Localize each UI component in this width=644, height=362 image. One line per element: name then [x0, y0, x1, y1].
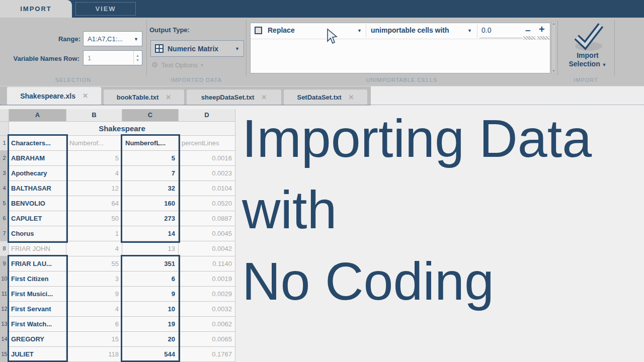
file-tab-booktable[interactable]: bookTable.txt ✕: [103, 89, 185, 105]
table-cell[interactable]: 0.0019: [179, 272, 235, 287]
table-cell[interactable]: GREGORY: [9, 332, 66, 347]
table-cell[interactable]: 0.0520: [179, 196, 235, 211]
column-header-A[interactable]: A: [9, 109, 66, 122]
output-type-dropdown[interactable]: Numeric Matrix ▼: [150, 40, 244, 57]
table-cell[interactable]: 5: [122, 151, 179, 166]
variable-names-row-input[interactable]: 1 ▲ ▼: [83, 50, 142, 65]
table-cell[interactable]: 0.0042: [179, 241, 235, 256]
table-cell[interactable]: 160: [122, 196, 179, 211]
table-cell[interactable]: BENVOLIO: [9, 196, 66, 211]
table-cell[interactable]: 50: [66, 211, 122, 226]
table-cell[interactable]: 4: [66, 166, 122, 181]
table-cell[interactable]: 32: [122, 181, 179, 196]
table-cell[interactable]: 544: [122, 347, 179, 362]
close-icon[interactable]: ✕: [166, 94, 171, 101]
cell-D1[interactable]: percentLines: [179, 136, 235, 151]
table-cell[interactable]: 0.1140: [179, 256, 235, 272]
remove-rule-button[interactable]: –: [525, 25, 531, 36]
replace-value-input[interactable]: 0.0: [481, 26, 491, 34]
spinner-up-icon[interactable]: ▲: [136, 53, 139, 58]
file-tab-shakespeare[interactable]: Shakespeare.xls ✕: [7, 86, 102, 105]
overlay-title-line-2: with: [242, 183, 337, 236]
table-cell[interactable]: 0.0887: [179, 211, 235, 226]
table-cell[interactable]: JULIET: [9, 347, 66, 362]
panel-scrollbar[interactable]: ▲ ▼: [551, 21, 556, 73]
close-icon[interactable]: ✕: [349, 94, 354, 101]
section-label-unimportable-cells: UNIMPORTABLE CELLS: [246, 77, 557, 83]
add-rule-button[interactable]: +: [539, 24, 545, 35]
corner-cell: [0, 109, 9, 122]
close-icon[interactable]: ✕: [261, 94, 267, 101]
table-cell[interactable]: 6: [66, 317, 122, 332]
range-label: Range:: [20, 35, 80, 43]
table-cell[interactable]: 13: [122, 241, 179, 256]
table-cell[interactable]: First Musici...: [9, 287, 66, 302]
scroll-up-icon[interactable]: ▲: [552, 22, 555, 25]
scroll-down-icon[interactable]: ▼: [552, 69, 555, 72]
table-cell[interactable]: 0.0029: [179, 287, 235, 302]
table-cell[interactable]: 64: [66, 196, 122, 211]
table-cell[interactable]: 7: [122, 166, 179, 181]
table-cell[interactable]: 9: [122, 287, 179, 302]
table-row: 7 Chorus 1 14 0.0045: [0, 226, 235, 241]
table-cell[interactable]: 1: [66, 226, 122, 241]
spinner[interactable]: ▲ ▼: [133, 51, 141, 64]
table-cell[interactable]: 19: [122, 317, 179, 332]
table-cell[interactable]: 0.0065: [179, 332, 235, 347]
table-cell[interactable]: 3: [66, 272, 122, 287]
table-cell[interactable]: FRIAR JOHN: [9, 241, 66, 256]
close-icon[interactable]: ✕: [83, 92, 88, 100]
table-cell[interactable]: 6: [122, 272, 179, 287]
table-cell[interactable]: 14: [122, 226, 179, 241]
table-cell[interactable]: 4: [66, 241, 122, 256]
table-cell[interactable]: 15: [66, 332, 122, 347]
table-cell[interactable]: 0.0016: [179, 151, 235, 166]
table-cell[interactable]: 9: [66, 287, 122, 302]
ribbon-tab-view[interactable]: VIEW: [75, 2, 136, 16]
table-cell[interactable]: 0.0023: [179, 166, 235, 181]
table-cell[interactable]: First Watch...: [9, 317, 66, 332]
column-header-B[interactable]: B: [66, 109, 122, 122]
table-cell[interactable]: 0.0045: [179, 226, 235, 241]
table-cell[interactable]: First Citizen: [9, 272, 66, 287]
chevron-down-icon: ▼: [602, 62, 607, 67]
underline: [479, 38, 522, 38]
table-cell[interactable]: Apothecary: [9, 166, 66, 181]
table-cell[interactable]: CAPULET: [9, 211, 66, 226]
table-cell[interactable]: 20: [122, 332, 179, 347]
column-header-D[interactable]: D: [179, 109, 235, 122]
cell-C1[interactable]: NumberofL...: [122, 136, 179, 151]
ribbon-tab-import[interactable]: IMPORT: [0, 0, 72, 18]
table-cell[interactable]: 118: [66, 347, 122, 362]
table-cell[interactable]: First Servant: [9, 302, 66, 317]
table-cell[interactable]: 5: [66, 151, 122, 166]
file-tab-sheepdataset[interactable]: sheepDataSet.txt ✕: [186, 89, 282, 105]
chevron-down-icon[interactable]: ▼: [467, 28, 472, 33]
range-combobox[interactable]: A1:A7,C1:... ▼: [83, 31, 142, 46]
row-number: 2: [0, 151, 9, 166]
table-cell[interactable]: 10: [122, 302, 179, 317]
table-cell[interactable]: 0.0032: [179, 302, 235, 317]
import-selection-button[interactable]: Import Selection ▼: [561, 22, 614, 74]
table-cell[interactable]: Chorus: [9, 226, 66, 241]
text-options-button[interactable]: ⚙ Text Options ▾: [151, 59, 237, 70]
file-tab-setdataset[interactable]: SetDataSet.txt ✕: [283, 89, 368, 105]
table-cell[interactable]: BALTHASAR: [9, 181, 66, 196]
table-cell[interactable]: 0.1767: [179, 347, 235, 362]
unimportable-target-dropdown[interactable]: unimportable cells with: [371, 26, 449, 34]
cell-A1[interactable]: Characters...: [9, 136, 66, 151]
table-cell[interactable]: 273: [122, 211, 179, 226]
table-cell[interactable]: 0.0062: [179, 317, 235, 332]
cell-B1[interactable]: Numberof...: [66, 136, 122, 151]
spinner-down-icon[interactable]: ▼: [136, 58, 139, 62]
table-cell[interactable]: 351: [122, 256, 179, 272]
table-cell[interactable]: 4: [66, 302, 122, 317]
column-header-C[interactable]: C: [122, 109, 179, 122]
table-cell[interactable]: 12: [66, 181, 122, 196]
table-cell[interactable]: FRIAR LAU...: [9, 256, 66, 272]
table-cell[interactable]: ABRAHAM: [9, 151, 66, 166]
replace-action-dropdown[interactable]: Replace: [268, 26, 295, 34]
table-cell[interactable]: 0.0104: [179, 181, 235, 196]
table-cell[interactable]: 55: [66, 256, 122, 272]
chevron-down-icon[interactable]: ▼: [357, 28, 362, 33]
